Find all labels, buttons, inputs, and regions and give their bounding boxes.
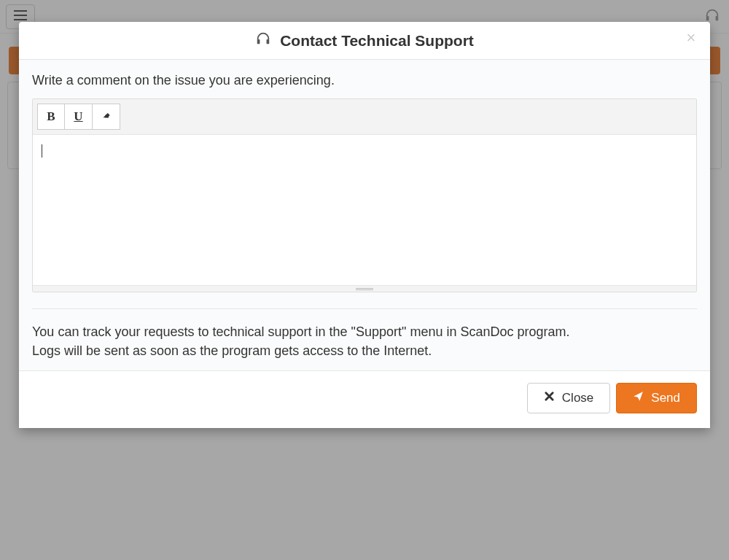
svg-rect-3 <box>267 39 270 44</box>
underline-icon: U <box>74 109 82 124</box>
modal-footer: Close Send <box>19 370 710 428</box>
modal-title: Contact Technical Support <box>255 31 474 50</box>
resize-handle[interactable] <box>33 285 696 292</box>
close-button[interactable]: Close <box>527 383 610 413</box>
close-button-label: Close <box>562 391 593 405</box>
modal-title-text: Contact Technical Support <box>280 32 474 50</box>
modal-overlay[interactable]: Contact Technical Support × Write a comm… <box>0 0 729 560</box>
modal-header: Contact Technical Support × <box>19 22 710 60</box>
editor-wrap: B U <box>32 98 697 292</box>
close-icon: × <box>687 30 696 46</box>
editor-toolbar: B U <box>33 99 696 135</box>
send-button[interactable]: Send <box>616 383 697 413</box>
bold-icon: B <box>47 109 55 124</box>
info-line-2: Logs will be sent as soon as the program… <box>32 341 697 360</box>
close-icon-button[interactable]: × <box>682 29 700 47</box>
prompt-text: Write a comment on the issue you are exp… <box>32 73 697 88</box>
grip-icon <box>356 288 373 290</box>
eraser-icon <box>101 109 112 124</box>
info-line-1: You can track your requests to technical… <box>32 322 697 341</box>
paper-plane-icon <box>633 391 644 405</box>
support-modal: Contact Technical Support × Write a comm… <box>19 22 710 428</box>
send-button-label: Send <box>651 391 680 405</box>
svg-rect-2 <box>257 39 260 44</box>
bold-button[interactable]: B <box>37 104 65 130</box>
comment-editor[interactable] <box>33 135 696 285</box>
headset-icon <box>255 31 271 50</box>
info-text: You can track your requests to technical… <box>32 322 697 360</box>
eraser-button[interactable] <box>93 104 120 130</box>
underline-button[interactable]: U <box>65 104 93 130</box>
modal-body: Write a comment on the issue you are exp… <box>19 60 710 370</box>
close-x-icon <box>544 391 555 405</box>
text-cursor <box>42 144 42 158</box>
divider <box>32 308 697 309</box>
